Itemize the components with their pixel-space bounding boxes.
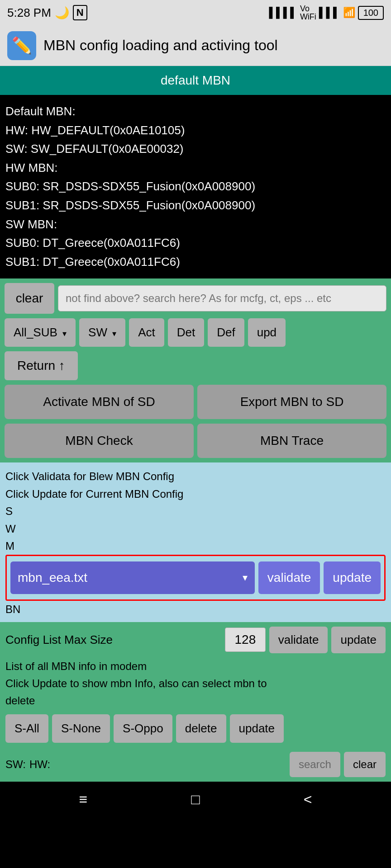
- mbn-line5: SUB0: SR_DSDS-SDX55_Fusion(0x0A008900): [5, 177, 386, 196]
- mbn-check-button[interactable]: MBN Check: [5, 424, 194, 458]
- info-line3: S: [5, 503, 386, 520]
- controls-area: clear All_SUB ▾ SW ▾ Act Det Def upd Ret…: [0, 278, 391, 462]
- filter-upd[interactable]: upd: [248, 318, 286, 347]
- list-update-button[interactable]: update: [230, 714, 284, 743]
- info-line4: W: [5, 520, 386, 538]
- search-row: clear: [5, 283, 386, 314]
- list-info-line1: List of all MBN info in modem: [5, 658, 386, 675]
- config-row: Config List Max Size 128 validate update: [5, 627, 386, 653]
- app-title: MBN config loading and activing tool: [43, 37, 278, 54]
- filter-all-sub[interactable]: All_SUB ▾: [5, 318, 76, 347]
- update-button-blue[interactable]: update: [324, 561, 381, 594]
- config-validate-button[interactable]: validate: [269, 627, 328, 653]
- info-line6: BN: [5, 601, 386, 622]
- info-line2: Click Update for Current MBN Config: [5, 486, 386, 503]
- info-line5: M: [5, 538, 386, 555]
- mbn-line8: SUB0: DT_Greece(0x0A011FC6): [5, 234, 386, 253]
- hw-label: HW:: [29, 758, 50, 771]
- nav-bar: ≡ □ <: [0, 782, 391, 818]
- signal-icon: ▌▌▌▌: [269, 7, 297, 19]
- moon-icon: 🌙: [55, 6, 69, 20]
- time-label: 5:28 PM: [7, 6, 51, 20]
- mbn-line1: Default MBN:: [5, 102, 386, 121]
- status-bar: 5:28 PM 🌙 N ▌▌▌▌ VoWiFi ▌▌▌ 📶 100: [0, 0, 391, 25]
- file-selector-button[interactable]: mbn_eea.txt ▾: [10, 561, 255, 594]
- bottom-clear-button[interactable]: clear: [344, 752, 386, 777]
- filter-sw[interactable]: SW ▾: [79, 318, 125, 347]
- tab-bar[interactable]: default MBN: [0, 66, 391, 95]
- home-icon[interactable]: □: [191, 791, 200, 808]
- signal2-icon: ▌▌▌: [319, 7, 340, 19]
- search-input[interactable]: [58, 285, 386, 311]
- select-row: S-All S-None S-Oppo delete update: [5, 714, 386, 743]
- sw-label: SW:: [5, 758, 26, 771]
- clear-button[interactable]: clear: [5, 283, 54, 314]
- mbn-line6: SUB1: SR_DSDS-SDX55_Fusion(0x0A008900): [5, 196, 386, 215]
- list-info-line2: Click Update to show mbn Info, also can …: [5, 675, 386, 692]
- export-mbn-button[interactable]: Export MBN to SD: [197, 385, 386, 419]
- return-button[interactable]: Return ↑: [5, 351, 78, 380]
- delete-button[interactable]: delete: [176, 714, 226, 743]
- nfc-icon: N: [73, 5, 87, 20]
- mbn-info-area: Default MBN: HW: HW_DEFAULT(0x0AE10105) …: [0, 95, 391, 278]
- config-update-button[interactable]: update: [331, 627, 386, 653]
- app-icon: ✏️: [7, 31, 36, 60]
- file-selector-label: mbn_eea.txt: [18, 571, 87, 585]
- status-right: ▌▌▌▌ VoWiFi ▌▌▌ 📶 100: [269, 5, 384, 21]
- filter-def[interactable]: Def: [208, 318, 244, 347]
- info-section: Click Validata for Blew MBN Config Click…: [0, 462, 391, 622]
- validate-button-blue[interactable]: validate: [258, 561, 320, 594]
- filter-act[interactable]: Act: [129, 318, 164, 347]
- mbn-line3: SW: SW_DEFAULT(0x0AE00032): [5, 140, 386, 159]
- vowifi-label: VoWiFi: [300, 5, 316, 21]
- s-oppo-button[interactable]: S-Oppo: [114, 714, 172, 743]
- mbn-trace-button[interactable]: MBN Trace: [197, 424, 386, 458]
- s-none-button[interactable]: S-None: [52, 714, 110, 743]
- s-all-button[interactable]: S-All: [5, 714, 48, 743]
- check-row: MBN Check MBN Trace: [5, 424, 386, 458]
- title-bar: ✏️ MBN config loading and activing tool: [0, 25, 391, 66]
- activate-mbn-button[interactable]: Activate MBN of SD: [5, 385, 194, 419]
- dropdown-arrow-icon: ▾: [243, 572, 248, 584]
- battery-icon: 100: [358, 6, 384, 20]
- bottom-search-button[interactable]: search: [290, 752, 340, 777]
- highlighted-row: mbn_eea.txt ▾ validate update: [5, 555, 386, 601]
- list-info: List of all MBN info in modem Click Upda…: [5, 658, 386, 710]
- filter-btn-row: All_SUB ▾ SW ▾ Act Det Def upd: [5, 318, 386, 347]
- config-label: Config List Max Size: [5, 633, 221, 647]
- list-info-line3: delete: [5, 692, 386, 709]
- mbn-line7: SW MBN:: [5, 215, 386, 234]
- filter-det[interactable]: Det: [168, 318, 204, 347]
- menu-icon[interactable]: ≡: [79, 791, 88, 808]
- wifi-icon: 📶: [343, 7, 355, 19]
- mbn-line9: SUB1: DT_Greece(0x0A011FC6): [5, 253, 386, 272]
- mbn-line2: HW: HW_DEFAULT(0x0AE10105): [5, 121, 386, 140]
- green-section: Config List Max Size 128 validate update…: [0, 622, 391, 782]
- action-row: Activate MBN of SD Export MBN to SD: [5, 385, 386, 419]
- active-tab[interactable]: default MBN: [161, 73, 230, 88]
- back-icon[interactable]: <: [304, 791, 312, 808]
- bottom-row: SW: HW: search clear: [5, 747, 386, 777]
- info-line1: Click Validata for Blew MBN Config: [5, 468, 386, 485]
- config-value: 128: [225, 627, 266, 652]
- status-left: 5:28 PM 🌙 N: [7, 5, 87, 20]
- mbn-line4: HW MBN:: [5, 159, 386, 178]
